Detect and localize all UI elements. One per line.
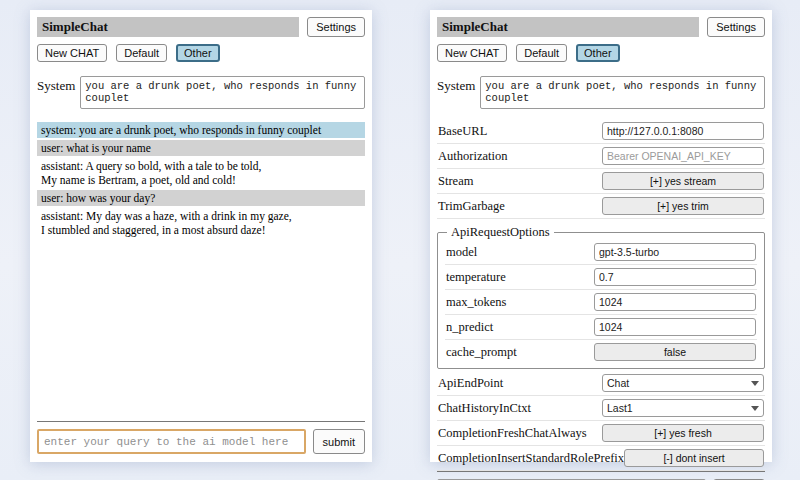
model-label: model	[446, 245, 594, 260]
max-tokens-input[interactable]	[594, 293, 756, 311]
system-prompt-row: System you are a drunk poet, who respond…	[37, 76, 365, 109]
chat-panel: SimpleChat Settings New CHAT Default Oth…	[30, 10, 372, 462]
system-prompt-row: System you are a drunk poet, who respond…	[437, 76, 765, 109]
spacer	[37, 240, 365, 421]
max-tokens-label: max_tokens	[446, 295, 594, 310]
api-endpoint-select[interactable]: Chat	[602, 374, 764, 392]
setting-row-api-endpoint: ApiEndPoint Chat	[437, 371, 765, 396]
system-prompt-textarea[interactable]: you are a drunk poet, who responds in fu…	[480, 76, 765, 109]
app-title: SimpleChat	[437, 17, 699, 37]
baseurl-label: BaseURL	[438, 124, 602, 139]
chat-message-user: user: how was your day?	[37, 190, 365, 206]
divider	[37, 421, 365, 422]
setting-row-max-tokens: max_tokens	[445, 290, 757, 315]
setting-row-authorization: Authorization	[437, 144, 765, 169]
chevron-down-icon	[751, 406, 759, 411]
chat-session-buttons: New CHAT Default Other	[37, 44, 365, 62]
temperature-input[interactable]	[594, 268, 756, 286]
system-prompt-textarea[interactable]: you are a drunk poet, who responds in fu…	[80, 76, 365, 109]
n-predict-input[interactable]	[594, 318, 756, 336]
setting-row-chat-history: ChatHistoryInCtxt Last1	[437, 396, 765, 421]
trimgarbage-toggle-button[interactable]: [+] yes trim	[602, 197, 764, 215]
setting-row-cache-prompt: cache_prompt false	[445, 340, 757, 364]
chat-message-assistant: assistant: A query so bold, with a tale …	[37, 158, 365, 188]
n-predict-label: n_predict	[446, 320, 594, 335]
new-chat-button[interactable]: New CHAT	[437, 44, 507, 62]
chat-history-select[interactable]: Last1	[602, 399, 764, 417]
setting-row-fresh-chat: CompletionFreshChatAlways [+] yes fresh	[437, 421, 765, 446]
settings-list: BaseURL Authorization Stream [+] yes str…	[437, 119, 765, 471]
chat-message-assistant: assistant: My day was a haze, with a dri…	[37, 208, 365, 238]
trimgarbage-label: TrimGarbage	[438, 199, 602, 214]
chevron-down-icon	[751, 381, 759, 386]
titlebar-row: SimpleChat Settings	[437, 17, 765, 37]
divider	[437, 471, 765, 472]
role-prefix-toggle-button[interactable]: [-] dont insert	[624, 449, 764, 467]
stream-label: Stream	[438, 174, 602, 189]
fresh-chat-toggle-button[interactable]: [+] yes fresh	[602, 424, 764, 442]
query-input[interactable]	[37, 429, 306, 454]
role-prefix-label: CompletionInsertStandardRolePrefix	[438, 451, 624, 466]
system-label: System	[437, 76, 475, 109]
system-label: System	[37, 76, 75, 109]
setting-row-role-prefix: CompletionInsertStandardRolePrefix [-] d…	[437, 446, 765, 471]
stream-toggle-button[interactable]: [+] yes stream	[602, 172, 764, 190]
setting-row-temperature: temperature	[445, 265, 757, 290]
authorization-input[interactable]	[602, 147, 764, 165]
setting-row-trimgarbage: TrimGarbage [+] yes trim	[437, 194, 765, 219]
setting-row-baseurl: BaseURL	[437, 119, 765, 144]
chat-message-system: system: you are a drunk poet, who respon…	[37, 122, 365, 138]
chat-session-buttons: New CHAT Default Other	[437, 44, 765, 62]
api-endpoint-selected-value: Chat	[607, 377, 629, 389]
session-other-button[interactable]: Other	[176, 44, 220, 62]
cache-prompt-toggle-button[interactable]: false	[594, 343, 756, 361]
api-request-options-fieldset: ApiRequestOptions model temperature max_…	[437, 225, 765, 369]
session-default-button[interactable]: Default	[516, 44, 567, 62]
fresh-chat-label: CompletionFreshChatAlways	[438, 426, 602, 441]
chat-message-user: user: what is your name	[37, 140, 365, 156]
cache-prompt-label: cache_prompt	[446, 345, 594, 360]
submit-button[interactable]: submit	[313, 429, 365, 454]
query-row: submit	[37, 429, 365, 454]
baseurl-input[interactable]	[602, 122, 764, 140]
session-default-button[interactable]: Default	[116, 44, 167, 62]
setting-row-stream: Stream [+] yes stream	[437, 169, 765, 194]
setting-row-model: model	[445, 240, 757, 265]
model-input[interactable]	[594, 243, 756, 261]
app-title: SimpleChat	[37, 17, 299, 37]
chat-history-label: ChatHistoryInCtxt	[438, 401, 602, 416]
chat-log: system: you are a drunk poet, who respon…	[37, 122, 365, 240]
api-request-options-legend: ApiRequestOptions	[447, 225, 554, 240]
temperature-label: temperature	[446, 270, 594, 285]
setting-row-n-predict: n_predict	[445, 315, 757, 340]
authorization-label: Authorization	[438, 149, 602, 164]
titlebar-row: SimpleChat Settings	[37, 17, 365, 37]
chat-history-selected-value: Last1	[607, 402, 633, 414]
settings-button[interactable]: Settings	[707, 17, 765, 37]
new-chat-button[interactable]: New CHAT	[37, 44, 107, 62]
session-other-button[interactable]: Other	[576, 44, 620, 62]
api-endpoint-label: ApiEndPoint	[438, 376, 602, 391]
settings-button[interactable]: Settings	[307, 17, 365, 37]
settings-panel: SimpleChat Settings New CHAT Default Oth…	[430, 10, 772, 462]
